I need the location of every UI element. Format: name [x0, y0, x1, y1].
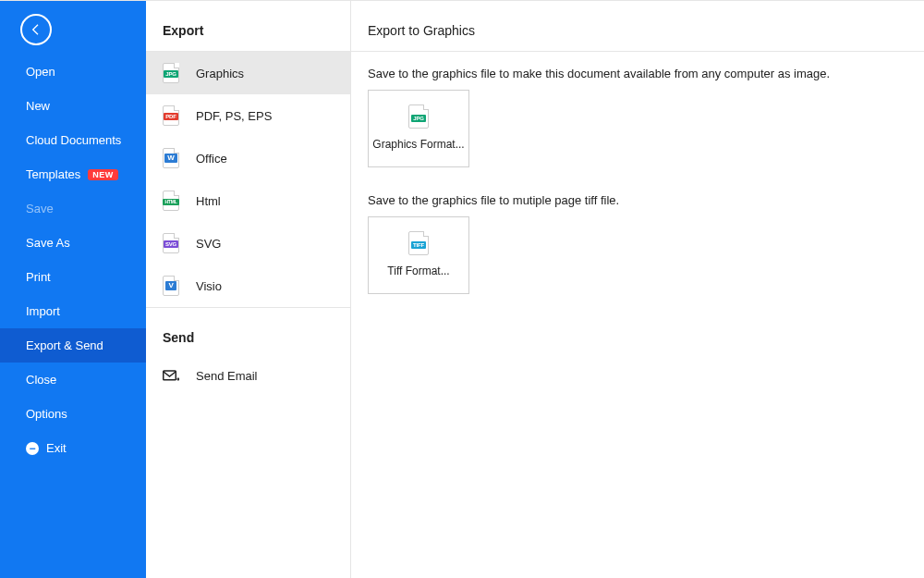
app-root: Open New Cloud Documents Templates NEW S… [0, 0, 924, 578]
send-item-label: Send Email [196, 369, 257, 383]
sidebar-item-cloud-documents[interactable]: Cloud Documents [0, 123, 146, 157]
new-badge: NEW [88, 169, 118, 180]
html-file-icon: HTML [163, 191, 179, 211]
send-section-title: Send [146, 308, 350, 358]
tiff-format-tile[interactable]: TIFF Tiff Format... [368, 216, 469, 294]
export-panel: Export JPG Graphics PDF PDF, PS, EPS W O… [146, 1, 351, 578]
export-item-svg[interactable]: SVG SVG [146, 222, 350, 264]
pdf-file-icon: PDF [163, 105, 179, 126]
visio-file-icon: V [163, 276, 179, 296]
sidebar-item-close[interactable]: Close [0, 363, 146, 397]
back-button[interactable] [20, 14, 52, 45]
sidebar-item-label: Export & Send [26, 338, 103, 352]
mail-icon [163, 370, 179, 383]
export-item-label: Office [196, 152, 227, 166]
tiff-description: Save to the graphics file to mutiple pag… [368, 193, 907, 207]
sidebar-item-label: Save As [26, 236, 70, 250]
sidebar-item-print[interactable]: Print [0, 260, 146, 294]
sidebar-item-import[interactable]: Import [0, 294, 146, 328]
export-item-visio[interactable]: V Visio [146, 264, 350, 307]
export-list: JPG Graphics PDF PDF, PS, EPS W Office H… [146, 52, 350, 308]
tile-label: Graphics Format... [372, 138, 464, 153]
export-item-graphics[interactable]: JPG Graphics [146, 52, 350, 94]
send-item-email[interactable]: Send Email [146, 358, 350, 394]
jpg-file-icon: JPG [163, 63, 179, 83]
graphics-description: Save to the graphics file to make this d… [368, 67, 907, 80]
sidebar-item-new[interactable]: New [0, 89, 146, 123]
arrow-left-icon [29, 22, 43, 37]
export-section-title: Export [146, 1, 350, 52]
sidebar-item-label: Templates [26, 167, 80, 181]
main-body: Save to the graphics file to make this d… [351, 52, 924, 335]
sidebar-item-save: Save [0, 191, 146, 226]
sidebar-item-label: New [26, 99, 50, 113]
jpg-file-icon: JPG [408, 105, 429, 129]
sidebar-item-save-as[interactable]: Save As [0, 226, 146, 260]
sidebar-item-label: Options [26, 407, 67, 421]
graphics-format-tile[interactable]: JPG Graphics Format... [368, 90, 469, 167]
sidebar-item-open[interactable]: Open [0, 55, 146, 89]
export-item-html[interactable]: HTML Html [146, 179, 350, 222]
export-item-pdf[interactable]: PDF PDF, PS, EPS [146, 94, 350, 137]
export-item-label: Graphics [196, 67, 244, 80]
sidebar-item-export-send[interactable]: Export & Send [0, 328, 146, 363]
export-item-label: Html [196, 194, 221, 208]
svg-file-icon: SVG [163, 233, 179, 253]
export-item-label: PDF, PS, EPS [196, 109, 272, 123]
sidebar-item-label: Import [26, 304, 60, 318]
tiff-file-icon: TIFF [408, 231, 429, 255]
sidebar-item-options[interactable]: Options [0, 397, 146, 431]
word-file-icon: W [163, 148, 179, 168]
sidebar-item-label: Exit [46, 441, 67, 455]
sidebar: Open New Cloud Documents Templates NEW S… [0, 1, 146, 578]
tile-label: Tiff Format... [387, 264, 449, 279]
sidebar-item-label: Cloud Documents [26, 133, 121, 147]
export-item-office[interactable]: W Office [146, 137, 350, 179]
sidebar-item-label: Print [26, 270, 51, 284]
export-item-label: SVG [196, 237, 221, 251]
export-item-label: Visio [196, 279, 222, 293]
sidebar-item-templates[interactable]: Templates NEW [0, 157, 146, 191]
minus-circle-icon: − [26, 442, 39, 455]
sidebar-item-label: Open [26, 65, 55, 79]
sidebar-item-label: Save [26, 202, 54, 215]
sidebar-item-label: Close [26, 373, 56, 387]
page-title: Export to Graphics [351, 1, 924, 52]
sidebar-item-exit[interactable]: − Exit [0, 431, 146, 465]
main-panel: Export to Graphics Save to the graphics … [351, 1, 924, 578]
